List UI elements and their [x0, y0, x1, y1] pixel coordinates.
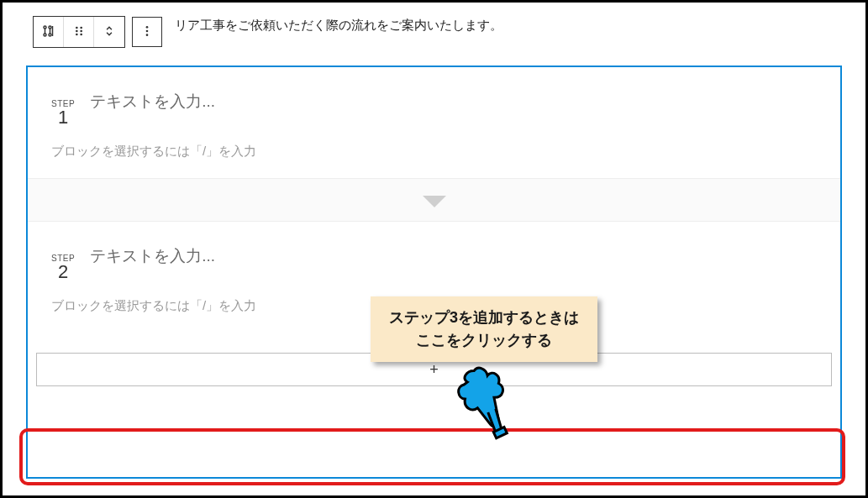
- svg-point-6: [76, 29, 78, 32]
- svg-point-10: [146, 26, 149, 29]
- callout-line-2: ここをクリックする: [389, 329, 579, 352]
- step-divider: [28, 178, 840, 222]
- svg-point-3: [49, 34, 51, 36]
- step-header: STEP 1 テキストを入力...: [51, 91, 817, 127]
- step-number-badge: STEP 1: [51, 100, 75, 127]
- more-options-button[interactable]: [132, 17, 162, 47]
- step-title-input[interactable]: テキストを入力...: [90, 245, 215, 267]
- svg-point-8: [76, 33, 78, 35]
- svg-point-9: [80, 33, 82, 35]
- svg-point-7: [80, 29, 82, 32]
- block-toolbar: [23, 9, 172, 55]
- step-title-input[interactable]: テキストを入力...: [90, 91, 215, 113]
- step-number-badge: STEP 2: [51, 254, 75, 281]
- header-text-row: リア工事をご依頼いただく際の流れをご案内いたします。: [166, 18, 502, 34]
- svg-point-2: [49, 26, 51, 29]
- svg-point-12: [146, 34, 149, 36]
- more-vertical-icon: [140, 24, 154, 40]
- steps-container[interactable]: STEP 1 テキストを入力... ブロックを選択するには「/」を入力 STEP…: [26, 66, 842, 479]
- svg-point-1: [44, 34, 46, 36]
- svg-point-0: [44, 26, 46, 29]
- block-type-button[interactable]: [34, 17, 64, 47]
- drag-icon: [72, 24, 86, 40]
- toolbar-group: [33, 16, 125, 48]
- step-header: STEP 2 テキストを入力...: [51, 245, 817, 281]
- drag-handle-button[interactable]: [64, 17, 94, 47]
- step-number: 1: [58, 108, 68, 127]
- chevron-down-icon: [423, 196, 446, 207]
- svg-point-4: [76, 26, 78, 29]
- step-number: 2: [58, 263, 68, 281]
- step-block-1[interactable]: STEP 1 テキストを入力... ブロックを選択するには「/」を入力: [28, 67, 840, 178]
- step-body-input[interactable]: ブロックを選択するには「/」を入力: [51, 144, 817, 160]
- annotation-callout: ステップ3を追加するときは ここをクリックする: [371, 296, 597, 362]
- settings-icon: [41, 24, 56, 41]
- callout-line-1: ステップ3を追加するときは: [389, 307, 579, 329]
- header-text: リア工事をご依頼いただく際の流れをご案内いたします。: [166, 18, 502, 32]
- move-button[interactable]: [94, 17, 124, 47]
- svg-point-11: [146, 29, 149, 32]
- chevron-updown-icon: [103, 24, 115, 41]
- plus-icon: +: [429, 361, 439, 379]
- pointer-hand-icon: [448, 364, 523, 447]
- svg-point-5: [80, 26, 82, 29]
